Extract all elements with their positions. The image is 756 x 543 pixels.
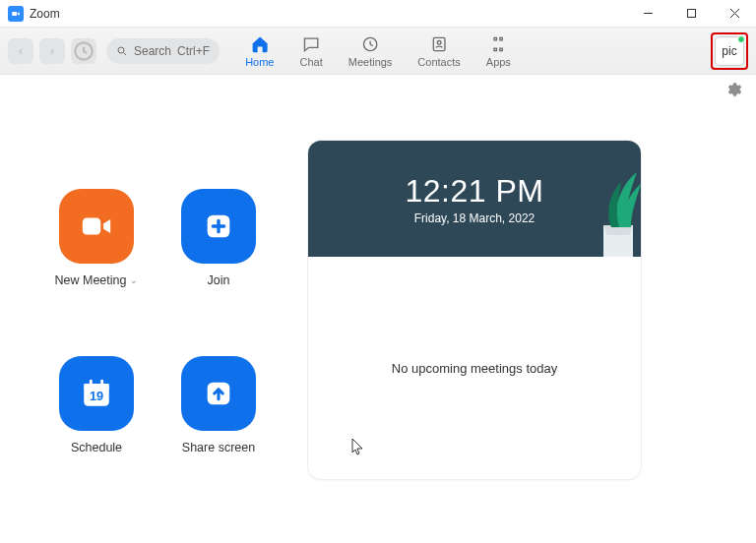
clock-date: Friday, 18 March, 2022 <box>414 211 536 225</box>
zoom-app-icon <box>8 6 24 22</box>
svg-line-7 <box>124 52 127 55</box>
calendar-icon: 19 <box>80 377 113 410</box>
nav-back-button[interactable]: ‹ <box>8 38 33 64</box>
svg-rect-2 <box>687 10 695 18</box>
minimize-button[interactable] <box>626 0 669 28</box>
cursor-icon <box>351 438 365 455</box>
history-button[interactable] <box>71 38 96 64</box>
chevron-down-icon[interactable]: ⌄ <box>130 275 138 285</box>
svg-rect-16 <box>100 380 103 387</box>
settings-row <box>0 75 756 104</box>
tab-meetings[interactable]: Meetings <box>348 34 393 68</box>
tab-apps[interactable]: Apps <box>486 34 511 68</box>
search-shortcut: Ctrl+F <box>177 44 210 58</box>
new-meeting-button[interactable] <box>59 189 134 264</box>
main-content: New Meeting ⌄ Join 19 Schedule Share scr… <box>0 104 756 498</box>
upcoming-panel: 12:21 PM Friday, 18 March, 2022 No upcom… <box>307 140 642 480</box>
share-icon <box>202 377 235 410</box>
chat-icon <box>301 34 321 54</box>
window-title: Zoom <box>30 7 60 21</box>
window-controls <box>626 0 756 28</box>
clock-icon <box>360 34 380 54</box>
action-join: Join <box>169 189 268 313</box>
share-screen-button[interactable] <box>181 356 256 431</box>
apps-icon <box>488 34 508 54</box>
tab-contacts[interactable]: Contacts <box>417 34 460 68</box>
close-button[interactable] <box>713 0 756 28</box>
contacts-icon <box>429 34 449 54</box>
action-label: New Meeting ⌄ <box>55 273 139 287</box>
tab-chat[interactable]: Chat <box>299 34 322 68</box>
svg-point-6 <box>118 47 124 53</box>
action-share-screen: Share screen <box>169 356 268 480</box>
toolbar: ‹ › Search Ctrl+F Home Chat Meetings Con… <box>0 28 756 75</box>
tab-home[interactable]: Home <box>245 34 274 68</box>
nav-tabs: Home Chat Meetings Contacts Apps <box>245 34 511 68</box>
svg-rect-15 <box>90 380 93 387</box>
svg-text:19: 19 <box>90 389 103 403</box>
maximize-button[interactable] <box>669 0 713 28</box>
panel-body: No upcoming meetings today <box>308 257 641 479</box>
quick-actions: New Meeting ⌄ Join 19 Schedule Share scr… <box>47 189 268 480</box>
action-label: Join <box>208 273 230 287</box>
home-icon <box>250 34 270 54</box>
plant-decoration <box>542 141 641 257</box>
svg-rect-0 <box>12 11 17 15</box>
join-button[interactable] <box>181 189 256 264</box>
titlebar: Zoom <box>0 0 756 28</box>
profile-avatar[interactable]: pic <box>715 36 744 66</box>
clock-time: 12:21 PM <box>406 173 544 210</box>
svg-rect-11 <box>83 218 100 235</box>
nav-forward-button[interactable]: › <box>39 38 65 64</box>
video-icon <box>80 210 113 243</box>
tab-label: Apps <box>486 56 511 68</box>
svg-point-10 <box>437 40 441 44</box>
search-input[interactable]: Search Ctrl+F <box>106 38 220 64</box>
action-label: Schedule <box>71 441 122 454</box>
avatar-highlight: pic <box>711 32 748 70</box>
plus-icon <box>202 210 235 243</box>
tab-label: Meetings <box>348 56 393 68</box>
action-label: Share screen <box>182 441 255 454</box>
empty-message: No upcoming meetings today <box>392 361 557 376</box>
avatar-label: pic <box>722 44 736 58</box>
tab-label: Contacts <box>417 56 460 68</box>
action-new-meeting: New Meeting ⌄ <box>47 189 146 313</box>
search-icon <box>116 45 128 57</box>
gear-icon[interactable] <box>724 81 742 98</box>
schedule-button[interactable]: 19 <box>59 356 134 431</box>
action-schedule: 19 Schedule <box>47 356 146 480</box>
tab-label: Chat <box>299 56 322 68</box>
search-label: Search <box>134 44 171 58</box>
tab-label: Home <box>245 56 274 68</box>
presence-indicator <box>737 35 745 43</box>
panel-header: 12:21 PM Friday, 18 March, 2022 <box>308 141 641 257</box>
